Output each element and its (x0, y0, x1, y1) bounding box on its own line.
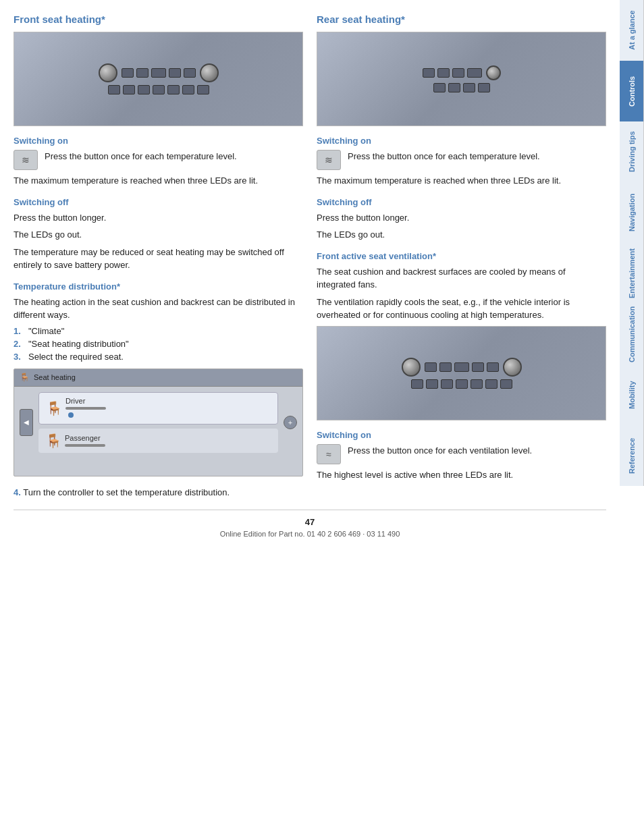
bottom-buttons (108, 85, 209, 94)
sidebar-tab-controls[interactable]: Controls (620, 61, 644, 121)
sidebar-tab-at-a-glance[interactable]: At a glance (620, 0, 644, 61)
vent-button-icon: ≈ (317, 444, 341, 464)
rear-switching-off-line2: The LEDs go out. (317, 228, 606, 242)
shd-add-btn[interactable]: + (284, 416, 297, 429)
front-seat-heading: Front seat heating* (14, 13, 303, 25)
rear-switching-on-heading: Switching on (317, 136, 606, 146)
page-number: 47 (305, 517, 315, 527)
step-4: 4. Turn the controller to set the temper… (14, 486, 303, 499)
step-3: 3. Select the required seat. (14, 352, 303, 362)
shd-body: ◀ 🪑 Driver (14, 387, 302, 458)
main-content: Front seat heating* (0, 0, 620, 572)
front-switching-off-line1: Press the button longer. (14, 211, 303, 225)
vent-right-knob (503, 358, 522, 377)
shd-left-control: ◀ (20, 392, 33, 453)
step-2: 2. "Seat heating distribution" (14, 339, 303, 349)
front-switching-off-line2: The LEDs go out. (14, 228, 303, 242)
right-column: Rear seat heating* (317, 13, 606, 503)
shd-seats-list: 🪑 Driver 🪑 (38, 392, 278, 453)
rear-switching-on-row: ≋ Press the button once for each tempera… (317, 150, 606, 170)
vent-bottom-buttons (411, 379, 512, 389)
seat-heating-display: 🪑 Seat heating ◀ 🪑 Driver (14, 368, 303, 476)
vent-center-buttons (425, 362, 499, 372)
shd-title: Seat heating (34, 373, 76, 381)
rear-switching-on-text: Press the button once for each temperatu… (348, 150, 540, 163)
sidebar-tab-reference[interactable]: Reference (620, 425, 644, 486)
ventilation-on-note: The highest level is active when three L… (317, 468, 606, 482)
sidebar: At a glance Controls Driving tips Naviga… (620, 0, 644, 820)
driver-label: Driver (65, 397, 106, 405)
sidebar-tab-driving-tips[interactable]: Driving tips (620, 121, 644, 182)
shd-scroll-btn[interactable]: ◀ (20, 409, 33, 436)
driver-temp-bar (65, 407, 106, 410)
sidebar-tab-entertainment[interactable]: Entertainment (620, 243, 644, 304)
two-column-layout: Front seat heating* (14, 13, 606, 503)
rear-seat-heat-button-icon: ≋ (317, 150, 341, 170)
temp-dist-steps: 1. "Climate" 2. "Seat heating distributi… (14, 326, 303, 362)
front-switching-off-note: The temperature may be reduced or seat h… (14, 246, 303, 272)
sidebar-tab-communication[interactable]: Communication (620, 304, 644, 364)
front-switching-on-note: The maximum temperature is reached when … (14, 174, 303, 188)
shd-header: 🪑 Seat heating (14, 369, 302, 387)
front-switching-on-heading: Switching on (14, 136, 303, 146)
center-buttons (122, 68, 196, 78)
sidebar-tab-mobility[interactable]: Mobility (620, 364, 644, 425)
step-1: 1. "Climate" (14, 326, 303, 336)
front-active-text1: The seat cushion and backrest surfaces a… (317, 265, 606, 292)
seat-heat-button-icon: ≋ (14, 150, 38, 170)
driver-indicator (68, 412, 74, 418)
front-switching-on-row: ≋ Press the button once for each tempera… (14, 150, 303, 170)
front-seat-diagram (14, 32, 303, 126)
right-knob (200, 63, 219, 82)
rear-switching-off-heading: Switching off (317, 197, 606, 207)
rear-switching-on-note: The maximum temperature is reached when … (317, 174, 606, 188)
temp-dist-heading: Temperature distribution* (14, 281, 303, 292)
rear-bottom-buttons (433, 83, 490, 92)
footer: 47 Online Edition for Part no. 01 40 2 6… (14, 510, 606, 545)
passenger-label: Passenger (65, 434, 105, 442)
ventilation-switching-on-heading: Switching on (317, 430, 606, 440)
ventilation-diagram (317, 326, 606, 420)
footer-text: Online Edition for Part no. 01 40 2 606 … (220, 530, 400, 538)
front-switching-on-text: Press the button once for each temperatu… (45, 150, 237, 163)
front-switching-off-heading: Switching off (14, 197, 303, 207)
left-knob (99, 63, 117, 82)
seat-icon: 🪑 (20, 373, 30, 382)
ventilation-switching-on-row: ≈ Press the button once for each ventila… (317, 444, 606, 464)
rear-seat-heading: Rear seat heating* (317, 13, 606, 25)
temp-dist-text: The heating action in the seat cushion a… (14, 296, 303, 322)
left-column: Front seat heating* (14, 13, 303, 503)
passenger-temp-bar (65, 444, 105, 447)
passenger-seat-icon: 🪑 (45, 433, 62, 449)
rear-center-buttons (423, 68, 482, 78)
front-active-text2: The ventilation rapidly cools the seat, … (317, 296, 606, 322)
vent-left-knob (402, 358, 421, 377)
driver-seat-icon: 🪑 (46, 400, 63, 416)
driver-seat-row[interactable]: 🪑 Driver (38, 392, 278, 425)
rear-right-knob (486, 65, 501, 80)
rear-switching-off-line1: Press the button longer. (317, 211, 606, 225)
sidebar-tab-navigation[interactable]: Navigation (620, 182, 644, 243)
ventilation-on-text: Press the button once for each ventilati… (348, 444, 532, 458)
passenger-seat-row[interactable]: 🪑 Passenger (38, 429, 278, 453)
rear-seat-diagram (317, 32, 606, 126)
front-active-heading: Front active seat ventilation* (317, 251, 606, 261)
